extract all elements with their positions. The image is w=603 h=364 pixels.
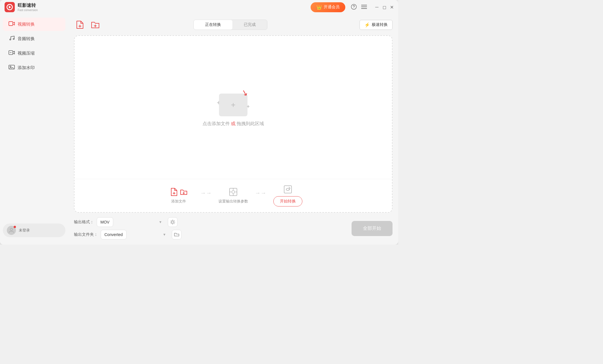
sidebar-item-add-watermark[interactable]: 添加水印 [3, 61, 65, 75]
sidebar: 视频转换 音频转换 [0, 14, 68, 245]
folder-arrow-icon: ↘ [240, 87, 249, 98]
app-name-block: 旺影速转 Fast conversion [18, 3, 38, 12]
drop-area[interactable]: ✦ + ↘ ✦ 点击添加文件 或 拖拽到此区域 [75, 36, 392, 179]
output-settings: 输出格式： MOV ▼ [74, 217, 346, 239]
minimize-button[interactable]: ─ [375, 5, 379, 9]
drop-text: 点击添加文件 或 拖拽到此区域 [203, 121, 264, 127]
title-bar: 旺影速转 Fast conversion 👑 开通会员 [0, 0, 398, 14]
maximize-button[interactable]: ◻ [382, 5, 386, 9]
folder-browse-button[interactable] [172, 230, 181, 239]
video-convert-icon [9, 21, 15, 28]
step3-convert-icon [283, 185, 292, 194]
user-avatar [7, 226, 16, 235]
add-file-button[interactable] [74, 19, 86, 31]
title-bar-icons [351, 4, 367, 11]
step2-label: 设置输出转换参数 [218, 199, 248, 204]
folder-label: 输出文件夹： [74, 232, 98, 237]
app-name-sub: Fast conversion [18, 9, 38, 12]
step1-file-icon [170, 187, 179, 197]
app-name-main: 旺影速转 [18, 3, 38, 9]
logo-circle [7, 4, 13, 10]
vip-label: 开通会员 [324, 5, 340, 10]
title-bar-right: 👑 开通会员 [311, 2, 394, 12]
format-label: 输出格式： [74, 220, 94, 225]
vip-button[interactable]: 👑 开通会员 [311, 2, 345, 12]
add-watermark-icon [9, 65, 15, 71]
svg-point-7 [13, 38, 14, 40]
drop-text-before: 点击添加文件 [203, 121, 231, 126]
step-add-file: 添加文件 [162, 187, 196, 204]
tab-completed[interactable]: 已完成 [232, 20, 267, 30]
svg-point-28 [172, 221, 174, 223]
speed-convert-button[interactable]: ⚡ 极速转换 [360, 20, 393, 30]
svg-point-6 [10, 39, 11, 40]
svg-rect-27 [284, 186, 292, 193]
format-select[interactable]: MOV [97, 217, 113, 227]
svg-point-22 [232, 191, 235, 193]
top-toolbar: 正在转换 已完成 ⚡ 极速转换 [74, 19, 393, 31]
step1-folder-icon [180, 188, 188, 196]
format-select-arrow: ▼ [159, 220, 162, 224]
speed-btn-label: 极速转换 [372, 22, 388, 27]
format-settings-button[interactable] [168, 217, 177, 227]
steps-bar: 添加文件 →→ 设置输出转换参数 [75, 179, 392, 212]
svg-rect-5 [9, 22, 13, 26]
plus-right: ✦ [246, 104, 250, 110]
step-arrow-1: →→ [200, 190, 212, 202]
step-start-convert: 开始转换 [271, 185, 305, 206]
drop-zone[interactable]: ✦ + ↘ ✦ 点击添加文件 或 拖拽到此区域 [74, 35, 393, 213]
folder-select-arrow: ▼ [163, 233, 166, 237]
lightning-icon: ⚡ [364, 22, 370, 28]
drop-text-or: 或 [231, 121, 237, 126]
bottom-bar: 输出格式： MOV ▼ [74, 217, 393, 240]
format-select-wrapper: MOV ▼ [97, 217, 165, 227]
file-add-buttons [74, 19, 101, 31]
sidebar-item-label-video-compress: 视频压缩 [18, 51, 35, 56]
sidebar-item-video-compress[interactable]: 视频压缩 [3, 47, 65, 60]
step-set-params: 设置输出转换参数 [216, 187, 250, 204]
step-icons-row-1 [170, 187, 188, 197]
step1-label: 添加文件 [171, 199, 186, 204]
user-name: 未登录 [19, 228, 30, 233]
sidebar-item-audio-convert[interactable]: 音频转换 [3, 32, 65, 46]
svg-point-11 [10, 66, 11, 67]
app-logo [5, 2, 15, 12]
window-controls: ─ ◻ ✕ [375, 5, 394, 9]
step-arrow-2: →→ [255, 190, 266, 202]
sidebar-item-label-watermark: 添加水印 [18, 65, 35, 71]
svg-point-1 [354, 8, 354, 8]
start-all-button[interactable]: 全部开始 [352, 221, 393, 236]
start-convert-button[interactable]: 开始转换 [273, 196, 302, 206]
play-icon [9, 6, 11, 9]
step2-params-icon [229, 187, 238, 197]
crown-icon: 👑 [316, 5, 322, 10]
folder-select[interactable]: Converted [101, 230, 127, 239]
help-icon[interactable] [351, 4, 357, 11]
tab-group: 正在转换 已完成 [193, 20, 267, 30]
user-area[interactable]: 未登录 [3, 224, 65, 237]
app-window: 旺影速转 Fast conversion 👑 开通会员 [0, 0, 398, 245]
content-area: 正在转换 已完成 ⚡ 极速转换 ✦ + ↘ [68, 14, 398, 245]
add-folder-button[interactable] [89, 19, 101, 31]
app-identity: 旺影速转 Fast conversion [5, 2, 38, 12]
sidebar-item-label-audio-convert: 音频转换 [18, 36, 35, 42]
drop-text-after: 拖拽到此区域 [237, 121, 264, 126]
folder-row: 输出文件夹： Converted ▼ [74, 230, 346, 239]
audio-convert-icon [9, 36, 15, 42]
sidebar-item-label-video-convert: 视频转换 [18, 22, 35, 27]
svg-point-12 [10, 228, 13, 231]
folder-select-wrapper: Converted ▼ [101, 230, 169, 239]
menu-icon[interactable] [361, 5, 367, 10]
tab-converting[interactable]: 正在转换 [194, 20, 232, 30]
folder-illustration: ✦ + ↘ ✦ [216, 88, 250, 116]
video-compress-icon [9, 50, 15, 57]
folder-plus-icon: + [231, 100, 236, 109]
format-row: 输出格式： MOV ▼ [74, 217, 346, 227]
sidebar-item-video-convert[interactable]: 视频转换 [3, 18, 65, 31]
sidebar-bottom: 未登录 [0, 219, 68, 242]
notification-dot [14, 226, 16, 228]
close-button[interactable]: ✕ [390, 5, 394, 9]
main-layout: 视频转换 音频转换 [0, 14, 398, 245]
